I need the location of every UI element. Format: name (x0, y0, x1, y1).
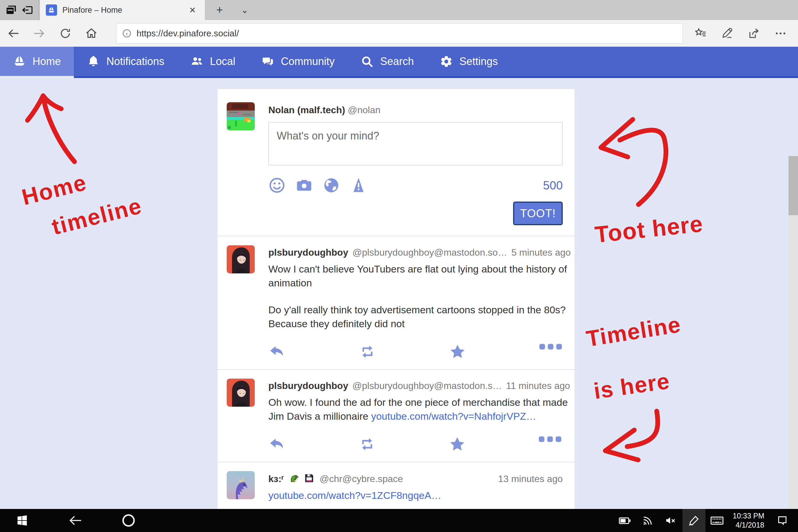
more-options-icon[interactable] (767, 20, 794, 47)
bell-icon (87, 55, 100, 68)
wifi-icon[interactable] (636, 509, 659, 532)
nav-tab-local[interactable]: Local (177, 47, 248, 76)
post-handle: @plsburydoughboy@mastodon.so… (352, 247, 507, 258)
post-handle: @chr@cybre.space (320, 474, 403, 484)
more-actions-icon[interactable] (539, 436, 561, 453)
magnifier-icon (361, 55, 374, 68)
reply-icon[interactable] (268, 343, 285, 360)
nav-tab-settings[interactable]: Settings (427, 47, 511, 76)
favorites-hub-icon[interactable] (687, 20, 714, 47)
cortana-button[interactable] (112, 509, 145, 532)
timeline-post: plsburydoughboy @plsburydoughboy@mastodo… (217, 369, 574, 462)
compose-handle: @nolan (347, 104, 380, 115)
character-count: 500 (543, 179, 563, 192)
post-timestamp[interactable]: 5 minutes ago (511, 247, 571, 258)
new-tab-button[interactable]: + (211, 3, 228, 16)
nav-label-community: Community (281, 55, 335, 68)
boost-icon[interactable] (359, 343, 376, 360)
reply-icon[interactable] (268, 436, 285, 453)
post-display-name[interactable]: plsburydoughboy (268, 380, 348, 391)
scrollbar-thumb[interactable] (788, 156, 798, 215)
post-avatar[interactable] (227, 379, 255, 407)
nav-tab-notifications[interactable]: Notifications (74, 47, 177, 76)
nav-tab-home[interactable]: Home (0, 47, 74, 76)
set-tabs-aside-icon[interactable] (21, 3, 34, 17)
favorite-star-icon[interactable] (449, 436, 466, 453)
browser-tab-strip: Pinafore – Home ✕ + ⌄ (0, 0, 798, 20)
post-body: Wow I can't believe YouTubers are flat o… (268, 262, 571, 331)
nav-label-settings: Settings (459, 55, 498, 68)
tab-title: Pinafore – Home (62, 6, 181, 15)
page-scrollbar[interactable] (788, 156, 798, 509)
post-link[interactable]: youtube.com/watch?v=1ZCF8ngqeA… (268, 490, 441, 501)
cortana-circle-icon (122, 514, 135, 527)
pinafore-nav-bar: Home Notifications Local Community Searc… (0, 47, 798, 78)
pinafore-favicon-icon (46, 4, 57, 16)
nav-label-local: Local (210, 55, 235, 68)
browser-tab-pinafore[interactable]: Pinafore – Home ✕ (40, 0, 205, 20)
tab-list-dropdown-button[interactable]: ⌄ (236, 5, 253, 15)
post-display-name[interactable]: kз:ʳ (268, 474, 284, 484)
post-avatar[interactable] (227, 471, 255, 499)
post-body: youtube.com/watch?v=1ZCF8ngqeA… (268, 489, 563, 502)
touch-keyboard-icon[interactable] (705, 509, 728, 532)
chat-bubbles-icon (261, 55, 274, 68)
nav-tab-community[interactable]: Community (248, 47, 347, 76)
emoji-picker-icon[interactable] (268, 177, 285, 194)
gear-icon (440, 55, 453, 68)
dragon-emoji-icon (289, 473, 299, 483)
post-avatar[interactable] (227, 245, 255, 273)
home-button[interactable] (81, 20, 102, 47)
compose-display-name: Nolan (malf.tech) (268, 104, 345, 115)
nav-label-search: Search (380, 55, 414, 68)
refresh-button[interactable] (55, 20, 76, 47)
boost-icon[interactable] (359, 436, 376, 453)
taskbar-back-button[interactable] (59, 509, 92, 532)
floppy-disk-emoji-icon (304, 473, 315, 483)
battery-icon[interactable] (613, 509, 636, 532)
nav-tab-search[interactable]: Search (347, 47, 427, 76)
back-button[interactable] (3, 20, 24, 47)
timeline-page: Nolan (malf.tech) @nolan (0, 78, 798, 509)
nav-label-notifications: Notifications (107, 55, 164, 68)
url-text: https://dev.pinafore.social/ (136, 28, 239, 38)
nav-label-home: Home (33, 55, 61, 68)
people-icon (190, 55, 203, 68)
globe-visibility-icon[interactable] (323, 177, 340, 194)
windows-taskbar: 10:33 PM 4/1/2018 (0, 509, 798, 532)
site-info-icon[interactable] (122, 28, 132, 38)
clock-time: 10:33 PM (733, 511, 764, 520)
compose-avatar[interactable] (227, 102, 255, 130)
more-actions-icon[interactable] (539, 343, 562, 360)
share-icon[interactable] (741, 20, 767, 47)
toot-button[interactable]: TOOT! (513, 202, 563, 225)
compose-user-line: Nolan (malf.tech) @nolan (268, 102, 563, 116)
timeline-post: plsburydoughboy @plsburydoughboy@mastodo… (217, 236, 574, 369)
home-timeline-column: Nolan (malf.tech) @nolan (217, 89, 575, 509)
custom-emoji-group (288, 473, 315, 484)
start-button[interactable] (6, 509, 38, 532)
taskbar-clock[interactable]: 10:33 PM 4/1/2018 (728, 511, 771, 530)
post-timestamp[interactable]: 11 minutes ago (506, 380, 570, 391)
post-body: Oh wow. I found the ad for the one piece… (268, 396, 570, 423)
volume-muted-icon[interactable] (659, 509, 682, 532)
address-bar[interactable]: https://dev.pinafore.social/ (116, 23, 683, 43)
content-warning-icon[interactable] (350, 177, 367, 194)
windows-ink-workspace-icon[interactable] (682, 509, 705, 532)
post-link[interactable]: youtube.com/watch?v=NahfojrVPZ… (371, 411, 536, 422)
post-handle: @plsburydoughboy@mastodon.s… (352, 380, 502, 391)
tab-preview-icon[interactable] (4, 3, 18, 17)
windows-ink-icon[interactable] (714, 20, 741, 47)
post-timestamp[interactable]: 13 minutes ago (498, 474, 563, 484)
action-center-icon[interactable] (771, 509, 794, 532)
timeline-post: kз:ʳ @chr@cybre.space 13 minutes ago you… (217, 462, 574, 509)
favorite-star-icon[interactable] (449, 343, 466, 360)
clock-date: 4/1/2018 (733, 520, 764, 530)
forward-button[interactable] (29, 20, 50, 47)
compose-box: Nolan (malf.tech) @nolan (217, 89, 574, 236)
post-display-name[interactable]: plsburydoughboy (268, 247, 348, 258)
camera-icon[interactable] (296, 177, 313, 194)
tab-close-button[interactable]: ✕ (186, 4, 199, 16)
compose-textarea[interactable] (268, 122, 563, 166)
sailboat-icon (13, 55, 26, 68)
